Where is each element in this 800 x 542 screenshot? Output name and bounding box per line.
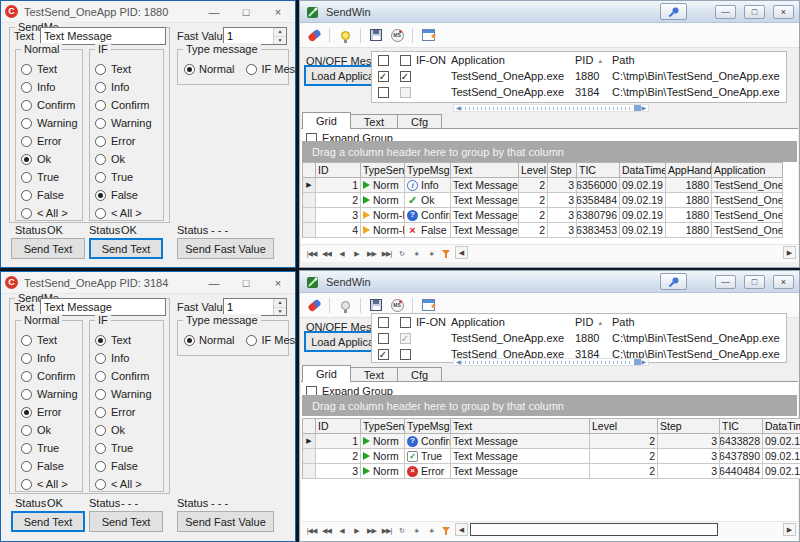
nav-next-icon[interactable]: ▶: [350, 247, 363, 260]
nav-prior-icon[interactable]: ◀: [335, 524, 348, 537]
column-header-datatime[interactable]: DataTime: [620, 163, 666, 178]
radio-if-error[interactable]: Error: [90, 403, 163, 421]
eraser-icon[interactable]: [306, 27, 322, 43]
column-header-level[interactable]: Level: [519, 163, 548, 178]
tab-cfg[interactable]: Cfg: [397, 114, 442, 129]
column-header-apphandle[interactable]: AppHandle: [666, 163, 712, 178]
radio-normal-false[interactable]: False: [16, 457, 82, 475]
radio-normal-all[interactable]: < All >: [16, 475, 82, 493]
radio-if-true[interactable]: True: [90, 168, 163, 186]
column-header-id[interactable]: ID: [316, 419, 361, 434]
nav-next-page-icon[interactable]: ▶▶: [365, 524, 378, 537]
minimize-icon[interactable]: —: [201, 6, 227, 18]
ms-message-icon[interactable]: MS: [389, 297, 405, 313]
nav-prior-icon[interactable]: ◀: [335, 247, 348, 260]
grid-row[interactable]: ▶1Norm?ConfirmText Message23643382809.02…: [303, 434, 800, 449]
column-header-typesend[interactable]: TypeSend: [361, 419, 405, 434]
select-all-ifon-checkbox[interactable]: [400, 317, 411, 328]
message-grid[interactable]: IDTypeSendTypeMsgTextLevelStepTICDataTim…: [302, 162, 783, 238]
save-icon[interactable]: [368, 27, 384, 43]
radio-normal-error[interactable]: Error: [16, 403, 82, 421]
column-header-step[interactable]: Step: [658, 419, 720, 434]
grid-scroll-right-icon[interactable]: ▶: [783, 523, 796, 536]
nav-first-icon[interactable]: |◀◀: [305, 247, 318, 260]
radio-if-confirm[interactable]: Confirm: [90, 367, 163, 385]
radio-normal-info[interactable]: Info: [16, 78, 82, 96]
radio-normal-text[interactable]: Text: [16, 331, 82, 349]
spin-up-icon[interactable]: ▲: [274, 299, 286, 308]
tab-text[interactable]: Text: [350, 114, 398, 129]
tab-cfg[interactable]: Cfg: [397, 367, 442, 382]
maximize-icon[interactable]: □: [744, 275, 765, 289]
nav-refresh-icon[interactable]: ↻: [395, 247, 408, 260]
onoff-checkbox[interactable]: [378, 349, 389, 360]
spin-down-icon[interactable]: ▼: [274, 308, 286, 316]
new-window-icon[interactable]: [420, 297, 436, 313]
scroll-right-icon[interactable]: ▶: [641, 359, 646, 365]
lightbulb-icon[interactable]: [337, 297, 353, 313]
minimize-icon[interactable]: —: [715, 5, 736, 19]
column-header-text[interactable]: Text: [451, 419, 590, 434]
scroll-thumb[interactable]: [634, 359, 641, 365]
nav-refresh-icon[interactable]: ↻: [395, 524, 408, 537]
radio-if-all[interactable]: < All >: [90, 204, 163, 222]
radio-normal-info[interactable]: Info: [16, 349, 82, 367]
radio-normal-warning[interactable]: Warning: [16, 114, 82, 132]
nav-first-icon[interactable]: |◀◀: [305, 524, 318, 537]
minimize-icon[interactable]: —: [715, 275, 736, 289]
radio-if-ok[interactable]: Ok: [90, 421, 163, 439]
column-header-typemsg[interactable]: TypeMsg: [405, 163, 451, 178]
grid-row[interactable]: ▶1NormiInfoText Message23635600009.02.19…: [303, 178, 783, 193]
nav-insert2-icon[interactable]: ∗: [425, 524, 438, 537]
column-header-application[interactable]: Application: [451, 316, 575, 328]
applist-hscrollbar[interactable]: ◀ ▶: [453, 104, 649, 112]
send-text-if-button[interactable]: Send Text: [89, 238, 163, 259]
grid-scroll-right-icon[interactable]: ▶: [783, 246, 796, 259]
application-list[interactable]: IF-ONApplicationPID▲PathTestSend_OneApp.…: [371, 313, 787, 363]
nav-next-page-icon[interactable]: ▶▶: [365, 247, 378, 260]
radio-normal-ok[interactable]: Ok: [16, 421, 82, 439]
ifon-checkbox[interactable]: [400, 87, 411, 98]
grid-scroll-left-icon[interactable]: ◀: [455, 246, 468, 259]
maximize-icon[interactable]: □: [233, 277, 259, 289]
nav-prior-page-icon[interactable]: ◀◀: [320, 247, 333, 260]
onoff-checkbox[interactable]: [378, 71, 389, 82]
close-icon[interactable]: ×: [265, 277, 291, 289]
titlebar[interactable]: TestSend_OneApp PID: 1880 — □ ×: [1, 1, 295, 23]
applist-hscrollbar[interactable]: ◀ ▶: [453, 358, 649, 366]
nav-last-icon[interactable]: ▶▶|: [380, 524, 393, 537]
ifon-checkbox[interactable]: [400, 333, 411, 344]
save-icon[interactable]: [368, 297, 384, 313]
onoff-checkbox[interactable]: [378, 87, 389, 98]
radio-if-warning[interactable]: Warning: [90, 385, 163, 403]
radio-if-info[interactable]: Info: [90, 349, 163, 367]
column-header-tic[interactable]: TIC: [577, 163, 620, 178]
radio-normal-true[interactable]: True: [16, 439, 82, 457]
radio-if-info[interactable]: Info: [90, 78, 163, 96]
radio-normal-all[interactable]: < All >: [16, 204, 82, 222]
send-text-normal-button[interactable]: Send Text: [11, 511, 85, 532]
send-text-normal-button[interactable]: Send Text: [11, 238, 85, 259]
select-all-ifon-checkbox[interactable]: [400, 55, 411, 66]
fast-value-input[interactable]: [224, 299, 273, 315]
lightbulb-icon[interactable]: [337, 27, 353, 43]
radio-type-normal[interactable]: Normal: [184, 334, 234, 346]
column-header-path[interactable]: Path: [612, 316, 786, 328]
radio-if-false[interactable]: False: [90, 186, 163, 204]
radio-normal-error[interactable]: Error: [16, 132, 82, 150]
application-list[interactable]: IF-ONApplicationPID▲PathTestSend_OneApp.…: [371, 51, 787, 103]
ifon-checkbox[interactable]: [400, 71, 411, 82]
grid-row[interactable]: 3Norm-If?ConfirmText Message23638079609.…: [303, 208, 783, 223]
titlebar[interactable]: TestSend_OneApp PID: 3184 — □ ×: [1, 272, 295, 294]
send-fast-value-button[interactable]: Send Fast Value: [177, 511, 274, 532]
close-icon[interactable]: ×: [773, 275, 794, 289]
grid-row[interactable]: 2Norm✓TrueText Message23643789009.02.19: [303, 449, 800, 464]
column-header-application[interactable]: Application: [712, 163, 783, 178]
column-header-typesend[interactable]: TypeSend: [361, 163, 405, 178]
nav-insert-icon[interactable]: ∗: [410, 247, 423, 260]
application-row[interactable]: TestSend_OneApp.exe1880C:\tmp\Bin\TestSe…: [372, 68, 786, 84]
nav-filter[interactable]: [440, 524, 453, 537]
column-header-application[interactable]: Application: [451, 54, 575, 66]
radio-if-true[interactable]: True: [90, 439, 163, 457]
spin-down-icon[interactable]: ▼: [274, 37, 286, 45]
